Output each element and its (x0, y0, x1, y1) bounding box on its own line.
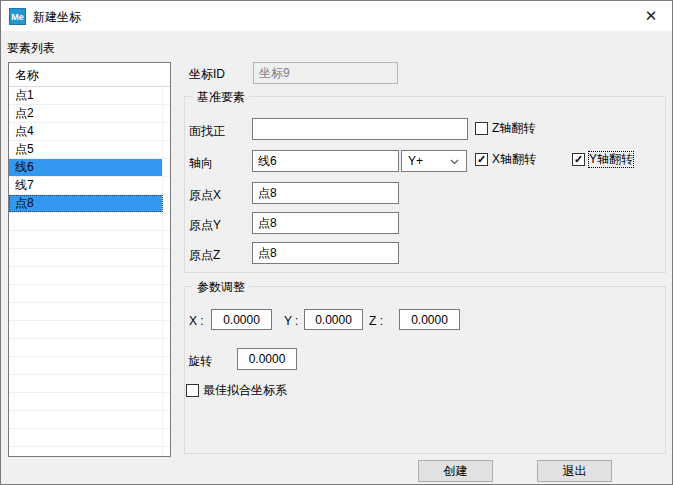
list-empty-row[interactable] (9, 213, 170, 231)
list-empty-row[interactable] (9, 339, 170, 357)
flip-z-checkbox-box (475, 122, 488, 135)
flip-y-checkbox[interactable]: ✓ Y轴翻转 (572, 152, 633, 167)
flip-y-checkbox-label: Y轴翻转 (589, 152, 633, 167)
param-y-label: Y : (284, 314, 298, 328)
origin-z-label: 原点Z (189, 247, 220, 264)
origin-x-label: 原点X (189, 187, 221, 204)
titlebar: Me 新建坐标 ✕ (1, 1, 672, 31)
list-item-label: 点4 (9, 123, 163, 140)
list-empty-row[interactable] (9, 303, 170, 321)
chevron-down-icon (450, 159, 459, 165)
origin-z-field[interactable] (252, 242, 399, 264)
list-item-label (9, 213, 163, 230)
rotate-field[interactable] (237, 348, 297, 370)
list-empty-row[interactable] (9, 249, 170, 267)
coord-id-field (253, 62, 398, 84)
list-item-label: 点2 (9, 105, 163, 122)
origin-x-field[interactable] (252, 182, 399, 204)
flip-x-checkbox-label: X轴翻转 (492, 152, 536, 167)
window-title: 新建坐标 (33, 9, 81, 26)
rotate-label: 旋转 (188, 353, 212, 370)
list-item-label (9, 285, 163, 302)
flip-x-checkbox[interactable]: ✓ X轴翻转 (475, 152, 536, 167)
list-item-label: 点5 (9, 141, 163, 158)
axis-label: 轴向 (189, 155, 213, 172)
origin-y-label: 原点Y (189, 217, 221, 234)
close-icon[interactable]: ✕ (641, 6, 661, 26)
best-fit-checkbox-label: 最佳拟合坐标系 (203, 383, 287, 398)
flip-x-checkbox-box: ✓ (475, 153, 488, 166)
list-rows-container: 点1点2点4点5线6线7点8 (9, 87, 170, 457)
param-z-field[interactable] (399, 309, 460, 330)
list-empty-row[interactable] (9, 411, 170, 429)
list-item-label (9, 375, 163, 392)
list-item[interactable]: 点8 (9, 195, 170, 213)
list-item-label (9, 267, 163, 284)
list-item-label: 点1 (9, 87, 163, 104)
flip-y-checkbox-box: ✓ (572, 153, 585, 166)
list-item-label (9, 231, 163, 248)
list-item-label: 线7 (9, 177, 163, 194)
list-item-label (9, 393, 163, 410)
list-item-label (9, 357, 163, 374)
flip-z-checkbox-label: Z轴翻转 (492, 121, 535, 136)
list-item[interactable]: 点2 (9, 105, 170, 123)
param-z-label: Z : (369, 314, 383, 328)
new-coordinate-dialog: Me 新建坐标 ✕ 要素列表 名称 点1点2点4点5线6线7点8 坐标ID 基准… (0, 0, 673, 485)
list-empty-row[interactable] (9, 393, 170, 411)
list-item-label (9, 429, 163, 446)
list-empty-row[interactable] (9, 321, 170, 339)
list-empty-row[interactable] (9, 267, 170, 285)
list-item-label: 线6 (9, 159, 163, 176)
list-item-label (9, 411, 163, 428)
axis-field[interactable] (252, 150, 399, 172)
app-icon: Me (9, 8, 26, 25)
list-empty-row[interactable] (9, 447, 170, 457)
exit-button[interactable]: 退出 (537, 460, 612, 482)
list-column-header: 名称 (9, 63, 170, 87)
list-item[interactable]: 线6 (9, 159, 170, 177)
best-fit-checkbox[interactable]: 最佳拟合坐标系 (186, 383, 287, 398)
params-group-title: 参数调整 (193, 279, 249, 296)
param-x-field[interactable] (211, 309, 272, 330)
list-item-label (9, 339, 163, 356)
list-empty-row[interactable] (9, 357, 170, 375)
list-empty-row[interactable] (9, 375, 170, 393)
list-item-label (9, 447, 163, 457)
plane-align-label: 面找正 (189, 123, 225, 140)
list-item-label: 点8 (9, 195, 163, 212)
best-fit-checkbox-box (186, 384, 199, 397)
list-empty-row[interactable] (9, 231, 170, 249)
list-empty-row[interactable] (9, 285, 170, 303)
param-y-field[interactable] (304, 309, 363, 330)
create-button[interactable]: 创建 (418, 460, 493, 482)
element-list[interactable]: 名称 点1点2点4点5线6线7点8 (8, 62, 171, 457)
coord-id-label: 坐标ID (189, 66, 225, 83)
basis-group-title: 基准要素 (193, 89, 249, 106)
list-item[interactable]: 点4 (9, 123, 170, 141)
origin-y-field[interactable] (252, 212, 399, 234)
list-item[interactable]: 点5 (9, 141, 170, 159)
list-item[interactable]: 线7 (9, 177, 170, 195)
axis-direction-select[interactable]: Y+ (401, 150, 467, 172)
list-item-label (9, 321, 163, 338)
flip-z-checkbox[interactable]: Z轴翻转 (475, 121, 535, 136)
element-list-label: 要素列表 (7, 40, 55, 57)
list-item-label (9, 303, 163, 320)
axis-direction-value: Y+ (408, 154, 423, 168)
param-x-label: X : (189, 314, 204, 328)
list-empty-row[interactable] (9, 429, 170, 447)
list-item-label (9, 249, 163, 266)
list-item[interactable]: 点1 (9, 87, 170, 105)
plane-align-field[interactable] (252, 118, 468, 140)
